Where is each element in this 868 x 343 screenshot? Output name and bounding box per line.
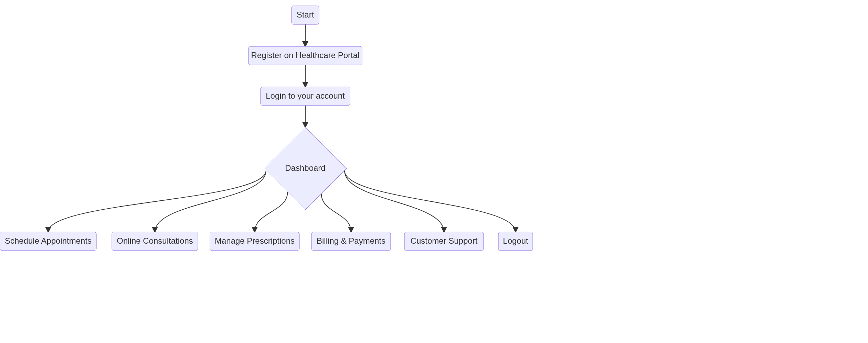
node-label-login: Login to your account xyxy=(266,91,345,100)
node-bill: Billing & Payments xyxy=(311,232,391,251)
edge-dash-to-consult xyxy=(155,170,266,232)
node-logout: Logout xyxy=(498,232,533,251)
node-label-start: Start xyxy=(297,10,314,19)
node-label-dash: Dashboard xyxy=(285,163,325,173)
node-label-rx: Manage Prescriptions xyxy=(215,236,295,245)
node-label-support: Customer Support xyxy=(411,236,478,245)
node-sched: Schedule Appointments xyxy=(0,232,96,251)
node-label-register: Register on Healthcare Portal xyxy=(251,51,360,60)
node-login: Login to your account xyxy=(261,87,350,106)
node-start: Start xyxy=(292,6,319,24)
node-register: Register on Healthcare Portal xyxy=(248,46,362,65)
node-support: Customer Support xyxy=(404,232,484,251)
node-label-sched: Schedule Appointments xyxy=(5,236,92,245)
edge-dash-to-sched xyxy=(48,170,266,232)
node-consult: Online Consultations xyxy=(112,232,198,251)
edge-dash-to-rx xyxy=(255,192,288,232)
node-label-consult: Online Consultations xyxy=(117,236,193,245)
node-label-bill: Billing & Payments xyxy=(317,236,385,245)
node-label-logout: Logout xyxy=(503,236,528,245)
edge-dash-to-logout xyxy=(345,170,516,232)
edge-dash-to-bill xyxy=(321,193,351,232)
node-rx: Manage Prescriptions xyxy=(210,232,299,251)
node-dash: Dashboard xyxy=(264,127,347,210)
flowchart-diagram: StartRegister on Healthcare PortalLogin … xyxy=(0,0,868,343)
